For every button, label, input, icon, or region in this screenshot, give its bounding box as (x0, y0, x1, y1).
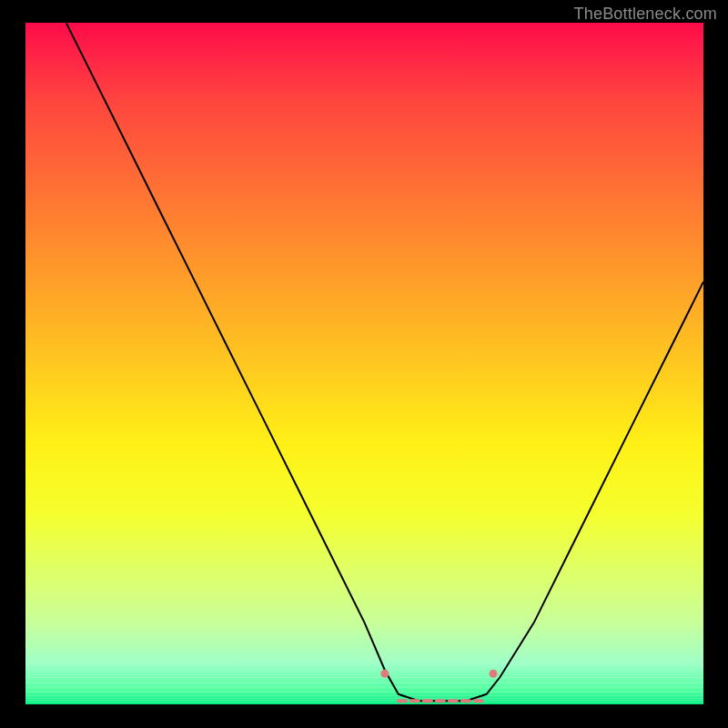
chart-container: TheBottleneck.com (0, 0, 728, 728)
bottleneck-curve (25, 23, 703, 704)
curve-main (66, 23, 703, 701)
basin-left-dot (380, 670, 389, 678)
basin-right-dot (490, 670, 498, 678)
watermark-text: TheBottleneck.com (574, 5, 717, 24)
plot-area (25, 23, 703, 704)
